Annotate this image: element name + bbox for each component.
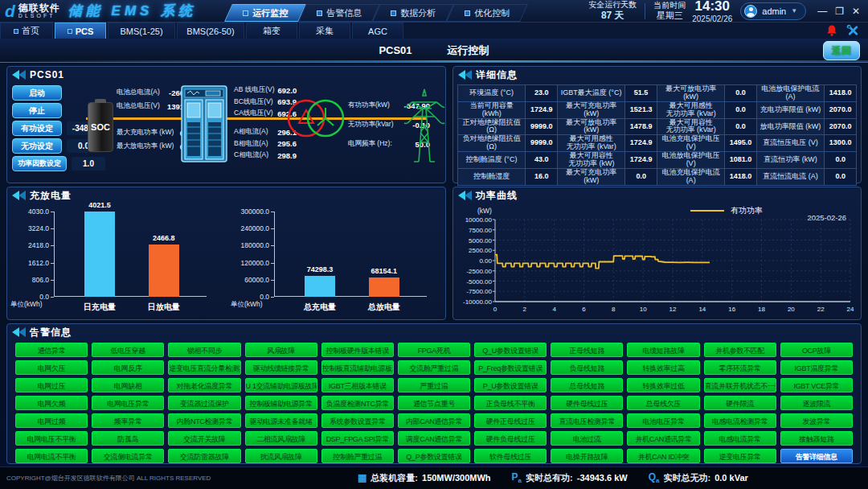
alarm-item-49[interactable]: 内部CAN通信异常 (398, 413, 470, 428)
alarm-item-60[interactable]: 调度CAN通信异常 (398, 431, 470, 446)
alarm-item-1[interactable]: 低电压穿越 (92, 343, 164, 357)
alarm-item-19[interactable]: 转换效率过高 (627, 360, 699, 375)
alarm-item-9[interactable]: 并机参数不匹配 (704, 343, 776, 357)
alarm-item-14[interactable]: 驱动线缆链接异常 (245, 360, 317, 375)
alarm-item-55[interactable]: 电网电压不平衡 (15, 431, 88, 446)
nav-item-2[interactable]: BMS(1-25) (108, 23, 175, 39)
alarm-item-65[interactable]: 接触器短路 (780, 431, 853, 446)
alarm-item-56[interactable]: 防孤岛 (92, 431, 164, 446)
alarm-item-17[interactable]: P_Freq参数设置错误 (474, 360, 547, 375)
header-tab-2[interactable]: 数据分析 (376, 4, 450, 22)
alarm-item-67[interactable]: 交流侧电流异常 (92, 449, 164, 463)
active-power-set-button[interactable]: 有功设定 (12, 121, 62, 136)
alarm-item-54[interactable]: 发波异常 (780, 413, 853, 428)
alarm-item-53[interactable]: 电感电流检测异常 (704, 413, 776, 428)
nav-item-0[interactable]: 首页 (0, 23, 53, 39)
alarm-item-71[interactable]: Q_P参数设置错误 (398, 449, 470, 463)
alarm-item-44[interactable]: 电网过频 (15, 413, 88, 428)
alarm-item-29[interactable]: 总母线短路 (551, 378, 623, 392)
maximize-button[interactable]: ❐ (835, 6, 844, 16)
alarm-item-59[interactable]: DSP_FPGA SPI异常 (321, 431, 394, 446)
alarm-item-21[interactable]: IGBT温度异常 (780, 360, 853, 375)
alarm-item-42[interactable]: 硬件限流 (704, 396, 776, 410)
alarm-item-13[interactable]: 逆变电压直流分量检测异常 (168, 360, 240, 375)
alarm-item-74[interactable]: 并机CAN ID冲突 (627, 449, 699, 463)
alarm-item-32[interactable]: IGBT VCE异常 (780, 378, 853, 392)
nav-item-1[interactable]: PCS (55, 23, 106, 39)
alarm-item-40[interactable]: 硬件母线过压 (551, 396, 623, 410)
alarm-item-30[interactable]: 转换效率过低 (627, 378, 699, 392)
back-button[interactable]: 返回 (823, 41, 860, 60)
alarm-item-31[interactable]: 直流并联开机状态不一致 (704, 378, 776, 392)
alarm-item-57[interactable]: 交流开关故障 (168, 431, 240, 446)
alarm-item-72[interactable]: 软件母线过压 (474, 449, 547, 463)
nav-item-6[interactable]: AGC (352, 23, 403, 39)
alarm-item-46[interactable]: 内舱NTC检测异常 (168, 413, 240, 428)
power-factor-set-button[interactable]: 功率因数设定 (12, 156, 67, 171)
alarm-item-12[interactable]: 电网反序 (92, 360, 164, 375)
reactive-power-set-button[interactable]: 无功设定 (12, 138, 62, 154)
alarm-item-64[interactable]: 电感电流异常 (704, 431, 776, 446)
alarm-item-5[interactable]: FPGA死机 (398, 343, 470, 357)
alarm-item-23[interactable]: 电网缺相 (92, 378, 164, 392)
nav-item-4[interactable]: 箱变 (246, 23, 297, 39)
alarm-item-69[interactable]: 扰流风扇故障 (245, 449, 317, 463)
alarm-item-48[interactable]: 系统参数设置异常 (321, 413, 394, 428)
alarm-item-4[interactable]: 控制板硬件版本错误 (321, 343, 394, 357)
alarm-item-63[interactable]: 并机CAN通讯异常 (627, 431, 699, 446)
start-button[interactable]: 启动 (12, 85, 62, 101)
alarm-item-22[interactable]: 电网过压 (15, 378, 88, 392)
minimize-button[interactable]: — (817, 6, 827, 16)
alarm-item-2[interactable]: 锁相不同步 (168, 343, 240, 357)
alarm-item-35[interactable]: 变流器过流保护 (168, 396, 240, 410)
alarm-item-6[interactable]: Q_U参数设置错误 (474, 343, 547, 357)
alarm-item-58[interactable]: 二相流风扇故障 (245, 431, 317, 446)
header-tab-0[interactable]: 运行监控 (228, 4, 302, 22)
alarm-item-10[interactable]: OCP故障 (780, 343, 853, 357)
alarm-item-52[interactable]: 电池电压异常 (627, 413, 699, 428)
nav-item-3[interactable]: BMS(26-50) (177, 23, 244, 39)
alarm-item-51[interactable]: 直流电压检测异常 (551, 413, 623, 428)
tools-icon[interactable] (846, 24, 860, 37)
alarm-item-68[interactable]: 交流防雷器故障 (168, 449, 240, 463)
alarm-item-45[interactable]: 频率异常 (92, 413, 164, 428)
nav-item-5[interactable]: 采集 (299, 23, 350, 39)
alarm-item-33[interactable]: 电网欠频 (15, 396, 88, 410)
alarm-item-62[interactable]: 电池过流 (551, 431, 623, 446)
alarm-detail-button[interactable]: 告警详细信息 (780, 449, 853, 463)
alarm-item-8[interactable]: 电缆短路故障 (627, 343, 699, 357)
alarm-item-3[interactable]: 风扇故障 (245, 343, 317, 357)
alarm-item-11[interactable]: 电网欠压 (15, 360, 88, 375)
alarm-item-27[interactable]: 严重过温 (398, 378, 470, 392)
alarm-item-61[interactable]: 硬件负母线过压 (474, 431, 547, 446)
alarm-item-73[interactable]: 电操开路故障 (551, 449, 623, 463)
alarm-item-43[interactable]: 逐波限流 (780, 396, 853, 410)
alarm-item-16[interactable]: 交流舱严重过温 (398, 360, 470, 375)
alarm-item-47[interactable]: 驱动电源未准备就绪 (245, 413, 317, 428)
alarm-item-15[interactable]: 控制板直流辅助电源板1故障 (321, 360, 394, 375)
user-menu[interactable]: admin ▼ (740, 2, 806, 20)
alarm-item-41[interactable]: 总母线欠压 (627, 396, 699, 410)
alarm-item-38[interactable]: 通信节点重号 (398, 396, 470, 410)
close-button[interactable]: ✕ (852, 6, 860, 16)
alarm-item-0[interactable]: 通信异常 (15, 343, 88, 357)
alarm-item-25[interactable]: U 1交流辅助电源板故障 (245, 378, 317, 392)
alarm-item-20[interactable]: 零序环流异常 (704, 360, 776, 375)
alarm-item-37[interactable]: 负温度检测NTC异常 (321, 396, 394, 410)
alarm-item-39[interactable]: 正负母线不平衡 (474, 396, 547, 410)
alarm-item-36[interactable]: 控制板辅助电源异常 (245, 396, 317, 410)
alarm-item-34[interactable]: 电网电压异常 (92, 396, 164, 410)
alarm-item-75[interactable]: 逆变电压异常 (704, 449, 776, 463)
alarm-item-66[interactable]: 电网电流不平衡 (15, 449, 88, 463)
alarm-item-18[interactable]: 负母线短路 (551, 360, 623, 375)
header-tab-1[interactable]: 告警信息 (302, 4, 376, 22)
header-tab-3[interactable]: 优化控制 (450, 4, 524, 22)
alarm-bell-icon[interactable] (825, 24, 838, 37)
alarm-item-28[interactable]: P_U参数设置错误 (474, 378, 547, 392)
alarm-item-26[interactable]: IGBT三相版本错误 (321, 378, 394, 392)
stop-button[interactable]: 停止 (12, 103, 62, 118)
alarm-item-24[interactable]: 对拖老化温度异常 (168, 378, 240, 392)
alarm-item-70[interactable]: 控制舱严重过温 (321, 449, 394, 463)
alarm-item-50[interactable]: 硬件正母线过压 (474, 413, 547, 428)
alarm-item-7[interactable]: 正母线短路 (551, 343, 623, 357)
